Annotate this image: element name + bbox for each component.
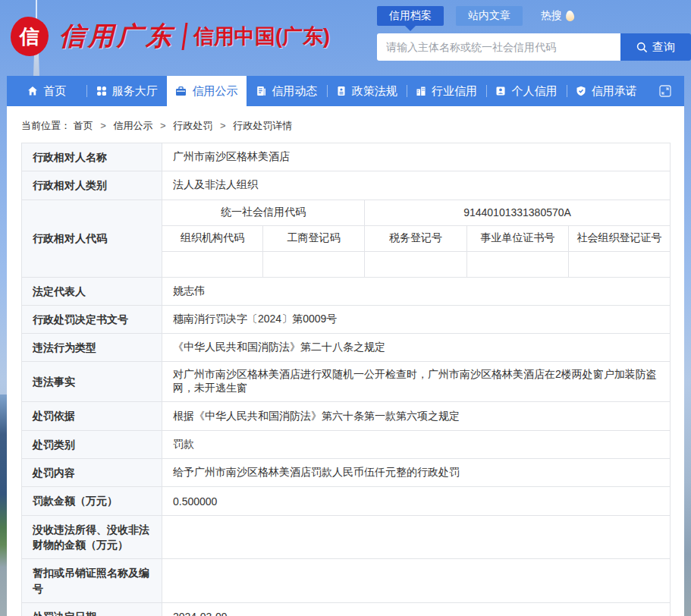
- table-row: 法定代表人 姚志伟: [22, 277, 671, 305]
- document-icon: [256, 86, 266, 96]
- nav-label: 行业信用: [432, 84, 477, 99]
- table-row: 处罚决定日期 2024-03-09: [22, 602, 671, 616]
- penalty-detail-table: 行政相对人名称 广州市南沙区格林美酒店 行政相对人类别 法人及非法人组织 行政相…: [21, 143, 671, 616]
- table-row: 行政相对人名称 广州市南沙区格林美酒店: [22, 143, 671, 171]
- row-label: 没收违法所得、没收非法财物的金额（万元）: [22, 515, 162, 559]
- breadcrumb: 当前位置： 首页 > 信用公示 > 行政处罚 > 行政处罚详情: [7, 106, 684, 143]
- nav-label: 政策法规: [352, 84, 397, 99]
- nav-label: 信用承诺: [592, 84, 637, 99]
- main-nav: 首页 服务大厅 信用公示 信用动态 政策法规: [7, 76, 684, 106]
- breadcrumb-admin-penalty[interactable]: 行政处罚: [173, 120, 212, 131]
- briefcase-icon: [175, 86, 187, 96]
- search-button-label: 查询: [652, 40, 675, 55]
- shield-check-icon: [576, 86, 586, 96]
- row-value: [162, 515, 671, 559]
- code-col-header: 组织机构代码: [162, 225, 263, 251]
- search-panel: 信用档案 站内文章 热搜 查询: [377, 6, 691, 61]
- row-value: 给予广州市南沙区格林美酒店罚款人民币伍仟元整的行政处罚: [162, 459, 671, 487]
- row-label: 处罚依据: [22, 402, 162, 430]
- breadcrumb-separator: >: [160, 120, 166, 131]
- row-value: 0.500000: [162, 487, 671, 515]
- code-col-value: [569, 251, 671, 277]
- row-value: 穗南消行罚决字〔2024〕第0009号: [162, 305, 671, 333]
- table-row: 行政相对人类别 法人及非法人组织: [22, 171, 671, 200]
- search-tab-credit-archive[interactable]: 信用档案: [377, 6, 444, 26]
- breadcrumb-credit-publicity[interactable]: 信用公示: [113, 120, 152, 131]
- nav-item-credit-publicity[interactable]: 信用公示: [167, 76, 247, 106]
- row-label: 处罚类别: [22, 430, 162, 458]
- logo-seal-icon: 信: [11, 17, 49, 56]
- code-col-header: 工商登记码: [263, 225, 365, 251]
- search-tab-site-articles[interactable]: 站内文章: [456, 6, 523, 26]
- table-row: 暂扣或吊销证照名称及编号: [22, 559, 671, 603]
- search-icon: [636, 42, 648, 53]
- row-value: 2024-03-09: [162, 602, 671, 616]
- nav-item-personal-credit[interactable]: 个人信用: [486, 76, 566, 106]
- search-tab-label: 站内文章: [468, 9, 510, 23]
- site-header: 信 信用广东 信用中国(广东) 信用档案 站内文章 热搜: [0, 0, 691, 76]
- row-value: 对广州市南沙区格林美酒店进行双随机一公开检查时，广州市南沙区格林美酒店在2楼两处…: [162, 362, 671, 402]
- search-input[interactable]: [377, 33, 620, 61]
- book-icon: [336, 86, 347, 96]
- code-col-header: 税务登记号: [365, 225, 467, 251]
- code-col-value: [365, 251, 467, 277]
- table-row: 罚款金额（万元） 0.500000: [22, 487, 671, 515]
- row-label: 行政相对人代码: [22, 200, 162, 277]
- site-logo[interactable]: 信 信用广东 信用中国(广东): [11, 17, 330, 56]
- nav-label: 服务大厅: [112, 84, 158, 99]
- nav-item-home[interactable]: 首页: [7, 76, 86, 106]
- row-label: 罚款金额（万元）: [22, 487, 162, 515]
- uscc-value: 91440101331380570A: [365, 200, 671, 225]
- table-row: 违法事实 对广州市南沙区格林美酒店进行双随机一公开检查时，广州市南沙区格林美酒店…: [22, 362, 671, 402]
- nav-label: 首页: [43, 84, 66, 99]
- row-value: 根据《中华人民共和国消防法》第六十条第一款第六项之规定: [162, 402, 671, 430]
- hot-search-label: 热搜: [541, 9, 562, 23]
- logo-title-primary: 信用广东: [59, 19, 174, 54]
- code-col-value: [467, 251, 569, 277]
- code-col-header: 社会组织登记证号: [569, 225, 671, 251]
- table-row: 处罚内容 给予广州市南沙区格林美酒店罚款人民币伍仟元整的行政处罚: [22, 459, 671, 487]
- row-value: 法人及非法人组织: [162, 171, 671, 200]
- uscc-label: 统一社会信用代码: [162, 200, 365, 225]
- nav-item-service-hall[interactable]: 服务大厅: [86, 76, 166, 106]
- nav-expand-button[interactable]: [646, 76, 684, 106]
- table-row: 没收违法所得、没收非法财物的金额（万元）: [22, 515, 671, 559]
- grid-icon: [96, 86, 107, 96]
- breadcrumb-home[interactable]: 首页: [74, 120, 93, 131]
- main-content: 当前位置： 首页 > 信用公示 > 行政处罚 > 行政处罚详情 行政相对人名称 …: [7, 106, 684, 616]
- code-col-value: [162, 251, 263, 277]
- row-value: 广州市南沙区格林美酒店: [162, 143, 671, 171]
- row-label: 处罚内容: [22, 459, 162, 487]
- row-label: 行政相对人名称: [22, 143, 162, 171]
- nav-label: 信用公示: [192, 84, 237, 99]
- nav-item-credit-commitment[interactable]: 信用承诺: [567, 76, 646, 106]
- table-row: 行政处罚决定书文号 穗南消行罚决字〔2024〕第0009号: [22, 305, 671, 333]
- nav-item-policies[interactable]: 政策法规: [327, 76, 407, 106]
- logo-divider: [181, 23, 187, 50]
- row-label: 违法行为类型: [22, 334, 162, 362]
- code-col-value: [263, 251, 365, 277]
- code-col-header: 事业单位证书号: [467, 225, 569, 251]
- table-row-code: 行政相对人代码 统一社会信用代码 91440101331380570A: [22, 200, 671, 225]
- nav-item-industry-credit[interactable]: 行业信用: [407, 76, 486, 106]
- logo-title-secondary: 信用中国(广东): [193, 23, 330, 50]
- hot-search-link[interactable]: 热搜: [529, 6, 577, 26]
- home-icon: [27, 86, 38, 96]
- row-value: [162, 559, 671, 603]
- nav-item-credit-news[interactable]: 信用动态: [247, 76, 326, 106]
- row-label: 法定代表人: [22, 277, 162, 305]
- table-row: 处罚依据 根据《中华人民共和国消防法》第六十条第一款第六项之规定: [22, 402, 671, 430]
- row-value: 罚款: [162, 430, 671, 458]
- breadcrumb-separator: >: [220, 120, 226, 131]
- row-label: 处罚决定日期: [22, 602, 162, 616]
- nav-label: 信用动态: [272, 84, 317, 99]
- search-button[interactable]: 查询: [620, 33, 691, 61]
- nav-label: 个人信用: [511, 84, 557, 99]
- row-label: 行政相对人类别: [22, 171, 162, 200]
- expand-icon: [658, 84, 672, 98]
- row-value: 姚志伟: [162, 277, 671, 305]
- table-row: 违法行为类型 《中华人民共和国消防法》第二十八条之规定: [22, 334, 671, 362]
- row-label: 违法事实: [22, 362, 162, 402]
- breadcrumb-prefix: 当前位置：: [21, 120, 71, 131]
- flame-icon: [565, 10, 574, 21]
